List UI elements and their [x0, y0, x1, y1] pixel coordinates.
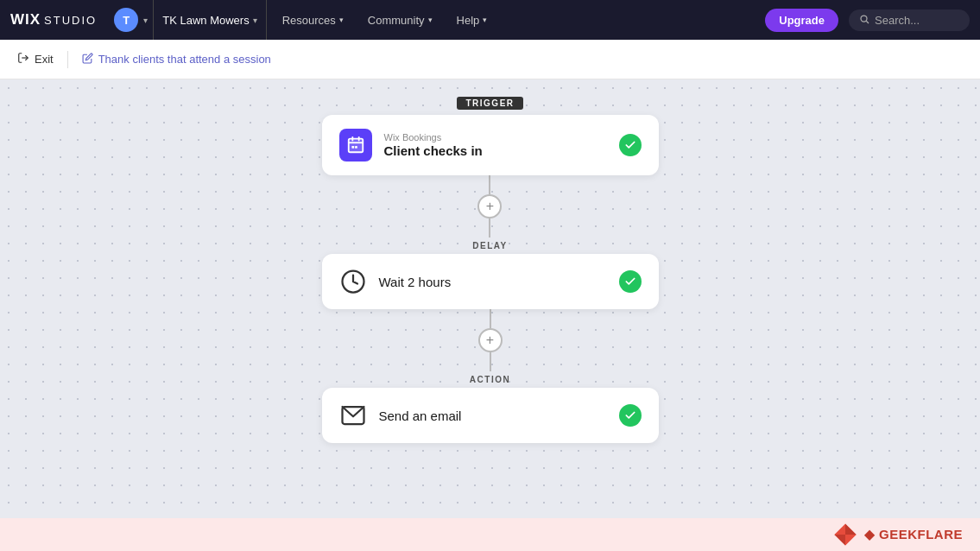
- connector-2: + ACTION: [470, 309, 510, 388]
- svg-rect-9: [355, 146, 357, 149]
- exit-button[interactable]: Exit: [17, 52, 54, 66]
- resources-label: Resources: [282, 14, 336, 27]
- site-name-label: TK Lawn Mowers: [162, 14, 249, 27]
- geekflare-diamond-icon: [833, 522, 857, 547]
- connector-line-1b: [489, 218, 490, 238]
- svg-line-1: [866, 21, 869, 23]
- search-bar[interactable]: Search...: [849, 10, 970, 31]
- svg-point-0: [861, 16, 867, 22]
- nav-community[interactable]: Community ▾: [356, 0, 445, 40]
- site-name-selector[interactable]: TK Lawn Mowers ▾: [153, 0, 266, 40]
- trigger-check-icon: [619, 134, 642, 156]
- toolbar: Exit Thank clients that attend a session: [0, 40, 980, 79]
- community-chevron-icon: ▾: [428, 16, 433, 24]
- exit-label: Exit: [35, 53, 54, 66]
- trigger-node-text: Wix Bookings Client checks in: [384, 132, 607, 158]
- user-avatar[interactable]: T: [114, 8, 138, 32]
- geekflare-logo: ◆ GEEKFLARE: [833, 522, 963, 547]
- svg-marker-14: [845, 535, 857, 546]
- logo-area: WIX STUDIO: [10, 11, 97, 28]
- trigger-node[interactable]: Wix Bookings Client checks in: [322, 115, 659, 175]
- action-check-icon: [619, 404, 642, 427]
- avatar-chevron-icon[interactable]: ▾: [142, 14, 149, 27]
- nav-help[interactable]: Help ▾: [445, 0, 500, 40]
- nav-resources[interactable]: Resources ▾: [270, 0, 356, 40]
- workflow-container: TRIGGER Wix Bookings Client check: [322, 97, 659, 443]
- automation-title-text: Thank clients that attend a session: [98, 53, 271, 66]
- action-node-text: Send an email: [379, 408, 607, 423]
- nav-links: Resources ▾ Community ▾ Help ▾: [270, 0, 762, 40]
- trigger-title: Client checks in: [384, 143, 607, 158]
- automation-title[interactable]: Thank clients that attend a session: [82, 53, 271, 66]
- connector-1: + DELAY: [472, 175, 507, 254]
- svg-rect-3: [348, 139, 363, 153]
- svg-marker-15: [834, 535, 845, 546]
- add-step-button-1[interactable]: +: [477, 194, 502, 218]
- exit-icon: [17, 52, 29, 66]
- svg-marker-13: [845, 523, 857, 535]
- bookings-icon: [339, 129, 372, 162]
- svg-rect-8: [351, 146, 354, 149]
- wix-logo: WIX: [10, 11, 41, 28]
- connector-line-2: [490, 309, 491, 328]
- trigger-label: TRIGGER: [457, 97, 522, 110]
- action-node[interactable]: Send an email: [322, 388, 659, 443]
- studio-logo: STUDIO: [44, 14, 97, 27]
- bottom-bar: ◆ GEEKFLARE: [0, 518, 980, 551]
- geekflare-text: ◆ GEEKFLARE: [864, 527, 963, 542]
- delay-check-icon: [619, 270, 642, 293]
- top-navigation: WIX STUDIO T ▾ TK Lawn Mowers ▾ Resource…: [0, 0, 980, 40]
- delay-title: Wait 2 hours: [379, 275, 607, 289]
- upgrade-button[interactable]: Upgrade: [765, 9, 838, 32]
- trigger-subtitle: Wix Bookings: [384, 132, 607, 142]
- pencil-icon: [82, 53, 93, 66]
- connector-line-1: [489, 175, 490, 194]
- email-icon: [339, 402, 367, 429]
- action-title: Send an email: [379, 408, 607, 423]
- add-step-button-2[interactable]: +: [478, 328, 503, 352]
- resources-chevron-icon: ▾: [339, 16, 344, 24]
- toolbar-divider: [67, 51, 68, 68]
- search-icon: [859, 14, 869, 27]
- help-chevron-icon: ▾: [483, 16, 487, 24]
- connector-line-2b: [490, 352, 491, 371]
- help-label: Help: [457, 14, 480, 27]
- action-label: ACTION: [470, 375, 510, 384]
- delay-node[interactable]: Wait 2 hours: [322, 254, 659, 309]
- search-placeholder: Search...: [875, 14, 920, 27]
- workflow-canvas: TRIGGER Wix Bookings Client check: [0, 79, 980, 551]
- site-chevron-icon: ▾: [253, 16, 257, 25]
- clock-icon: [339, 268, 367, 295]
- delay-node-text: Wait 2 hours: [379, 275, 607, 289]
- delay-label: DELAY: [472, 241, 507, 250]
- community-label: Community: [368, 14, 425, 27]
